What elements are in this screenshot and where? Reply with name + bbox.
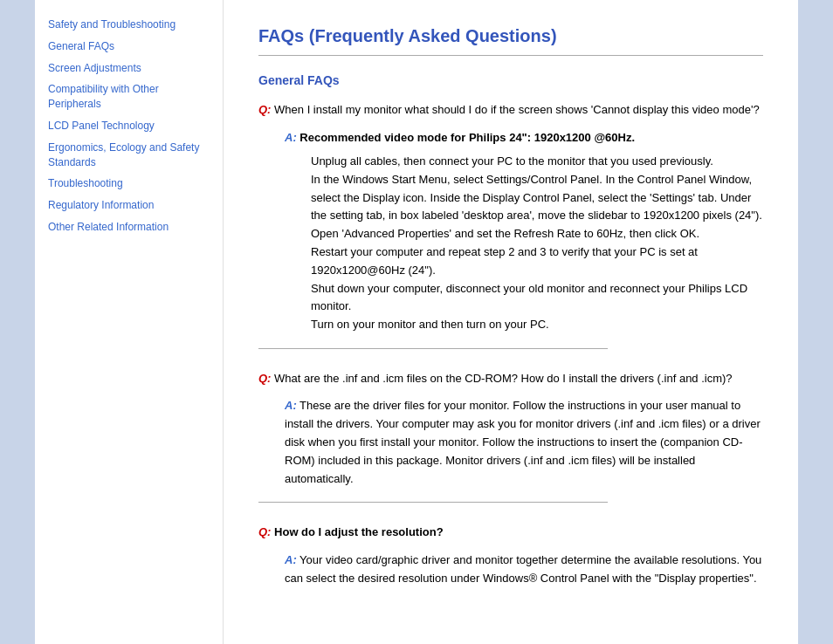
q1-divider (258, 348, 608, 349)
sidebar-item-regulatory[interactable]: Regulatory Information (48, 198, 210, 213)
q3-label: Q: (258, 525, 271, 538)
right-bar (798, 0, 833, 644)
left-bar (0, 0, 35, 644)
a3-text: Your video card/graphic driver and monit… (285, 553, 761, 585)
sidebar-item-general-faqs[interactable]: General FAQs (48, 39, 210, 54)
q3-question: How do I adjust the resolution? (271, 525, 443, 538)
answer-2-text: A: These are the driver files for your m… (285, 397, 763, 488)
question-block-3: Q: How do I adjust the resolution? A: Yo… (258, 524, 763, 587)
sidebar-item-safety[interactable]: Safety and Troubleshooting (48, 17, 210, 32)
a2-label: A: (285, 399, 297, 412)
answer-1-detail: Unplug all cables, then connect your PC … (311, 153, 763, 334)
q2-divider (258, 502, 608, 503)
question-2-text: Q: What are the .inf and .icm files on t… (258, 370, 763, 387)
q2-label: Q: (258, 372, 271, 385)
sidebar-item-troubleshooting[interactable]: Troubleshooting (48, 176, 210, 191)
q1-question: When I install my monitor what should I … (271, 103, 759, 116)
sidebar: Safety and Troubleshooting General FAQs … (35, 0, 223, 644)
question-1-text: Q: When I install my monitor what should… (258, 101, 763, 119)
section-heading: General FAQs (258, 73, 763, 87)
answer-block-2: A: These are the driver files for your m… (285, 397, 763, 488)
a1-main-text: Recommended video mode for Philips 24": … (297, 131, 635, 144)
sidebar-item-lcd-panel[interactable]: LCD Panel Technology (48, 119, 210, 134)
sidebar-item-other-related[interactable]: Other Related Information (48, 220, 210, 235)
answer-block-3: A: Your video card/graphic driver and mo… (285, 552, 763, 588)
answer-block-1: A: Recommended video mode for Philips 24… (285, 129, 763, 334)
sidebar-item-compatibility[interactable]: Compatibility with Other Peripherals (48, 82, 210, 112)
q2-question: What are the .inf and .icm files on the … (271, 372, 732, 385)
question-block-1: Q: When I install my monitor what should… (258, 101, 763, 349)
question-3-text: Q: How do I adjust the resolution? (258, 524, 763, 541)
sidebar-item-screen-adjustments[interactable]: Screen Adjustments (48, 61, 210, 76)
a3-label: A: (285, 553, 297, 566)
answer-1-main: A: Recommended video mode for Philips 24… (285, 129, 763, 147)
question-block-2: Q: What are the .inf and .icm files on t… (258, 370, 763, 503)
main-content: FAQs (Frequently Asked Questions) Genera… (223, 0, 798, 644)
sidebar-item-ergonomics[interactable]: Ergonomics, Ecology and Safety Standards (48, 140, 210, 170)
page-title: FAQs (Frequently Asked Questions) (258, 26, 763, 46)
title-divider (258, 55, 763, 56)
a1-label: A: (285, 131, 297, 144)
q1-label: Q: (258, 103, 271, 116)
a2-text: These are the driver files for your moni… (285, 399, 761, 484)
answer-3-text: A: Your video card/graphic driver and mo… (285, 552, 763, 588)
